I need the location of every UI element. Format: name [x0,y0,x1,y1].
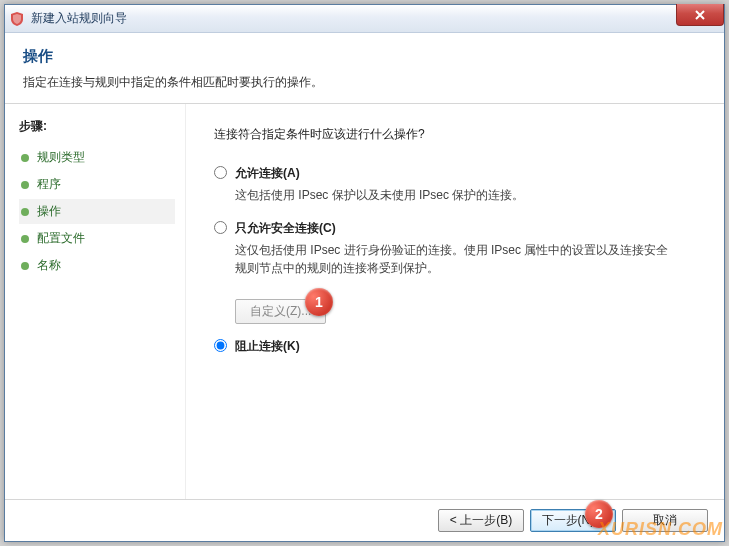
wizard-body: 步骤: 规则类型 程序 操作 配置文件 名称 连接符合指定条件时应该进行什么操作… [5,104,724,534]
bullet-icon [21,208,29,216]
step-action[interactable]: 操作 [19,199,175,224]
step-profile[interactable]: 配置文件 [19,226,175,251]
bullet-icon [21,154,29,162]
step-rule-type[interactable]: 规则类型 [19,145,175,170]
option-allow: 允许连接(A) 这包括使用 IPsec 保护以及未使用 IPsec 保护的连接。 [214,165,696,204]
radio-block[interactable] [214,339,227,352]
step-label: 操作 [37,203,61,220]
option-block: 阻止连接(K) [214,338,696,355]
wizard-content: 连接符合指定条件时应该进行什么操作? 允许连接(A) 这包括使用 IPsec 保… [185,104,724,534]
step-program[interactable]: 程序 [19,172,175,197]
radio-block-label[interactable]: 阻止连接(K) [235,338,300,355]
bullet-icon [21,262,29,270]
step-label: 规则类型 [37,149,85,166]
page-subtitle: 指定在连接与规则中指定的条件相匹配时要执行的操作。 [23,74,706,91]
radio-secure-desc: 这仅包括使用 IPsec 进行身份验证的连接。使用 IPsec 属性中的设置以及… [235,241,675,277]
window-title: 新建入站规则向导 [31,10,127,27]
option-secure: 只允许安全连接(C) 这仅包括使用 IPsec 进行身份验证的连接。使用 IPs… [214,220,696,277]
content-question: 连接符合指定条件时应该进行什么操作? [214,126,696,143]
bullet-icon [21,235,29,243]
wizard-header: 操作 指定在连接与规则中指定的条件相匹配时要执行的操作。 [5,33,724,104]
titlebar: 新建入站规则向导 [5,5,724,33]
radio-allow-desc: 这包括使用 IPsec 保护以及未使用 IPsec 保护的连接。 [235,186,675,204]
watermark: XURISN.COM [598,519,723,540]
step-label: 名称 [37,257,61,274]
step-label: 配置文件 [37,230,85,247]
radio-secure-label[interactable]: 只允许安全连接(C) [235,220,336,237]
radio-secure[interactable] [214,221,227,234]
step-name[interactable]: 名称 [19,253,175,278]
close-button[interactable] [676,4,724,26]
back-button[interactable]: < 上一步(B) [438,509,524,532]
steps-heading: 步骤: [19,118,175,135]
steps-sidebar: 步骤: 规则类型 程序 操作 配置文件 名称 [5,104,185,534]
bullet-icon [21,181,29,189]
app-icon [9,11,25,27]
annotation-1: 1 [305,288,333,316]
close-icon [694,9,706,21]
radio-allow[interactable] [214,166,227,179]
page-title: 操作 [23,47,706,66]
step-label: 程序 [37,176,61,193]
radio-allow-label[interactable]: 允许连接(A) [235,165,300,182]
wizard-window: 新建入站规则向导 操作 指定在连接与规则中指定的条件相匹配时要执行的操作。 步骤… [4,4,725,542]
